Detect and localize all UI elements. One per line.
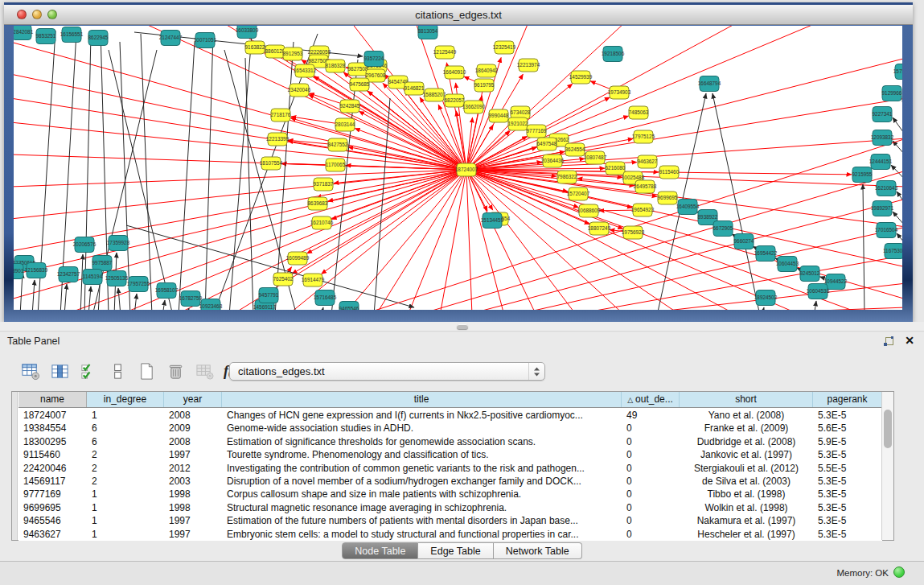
graph-node[interactable]: 9777169 <box>527 125 547 138</box>
graph-node[interactable]: 16954422 <box>754 246 778 262</box>
graph-node[interactable]: 15720407 <box>567 187 590 200</box>
graph-node[interactable]: 9227341 <box>873 107 893 122</box>
graph-node[interactable]: 18640942 <box>475 64 499 77</box>
graph-edge[interactable] <box>64 284 67 310</box>
table-row[interactable]: 946554611997Estimation of the future num… <box>18 514 882 527</box>
graph-node[interactable]: 6672905 <box>713 221 733 237</box>
table-cell[interactable]: 2 <box>87 448 164 461</box>
graph-node[interactable]: 7986322 <box>557 171 577 183</box>
graph-edge[interactable] <box>205 32 213 310</box>
graph-node[interactable]: 16409554 <box>676 200 700 215</box>
graph-node[interactable]: 8639683 <box>308 197 328 210</box>
table-cell[interactable]: 1 <box>87 528 164 541</box>
graph-node[interactable]: 12842081 <box>14 26 34 40</box>
graph-node[interactable]: 12156839 <box>25 263 48 278</box>
table-cell[interactable]: 0 <box>622 501 680 514</box>
trash-icon[interactable] <box>166 361 186 381</box>
table-cell[interactable]: 6 <box>87 422 164 435</box>
zoom-window-button[interactable] <box>47 10 57 19</box>
graph-edge[interactable] <box>14 122 466 170</box>
graph-edge[interactable] <box>80 254 83 310</box>
graph-edge[interactable] <box>512 227 902 310</box>
graph-edge[interactable] <box>814 301 816 310</box>
graph-node[interactable]: 19218506 <box>602 47 625 62</box>
graph-node[interactable]: 16958107 <box>155 283 179 299</box>
column-header-in-degree[interactable]: in_degree <box>87 392 164 407</box>
table-row[interactable]: 911546021997Tourette syndrome. Phenomeno… <box>18 448 882 461</box>
table-cell[interactable]: 5.6E-5 <box>813 422 882 435</box>
table-cell[interactable]: Estimation of significance thresholds fo… <box>222 435 622 448</box>
table-cell[interactable]: 1 <box>87 409 164 422</box>
scrollbar-thumb[interactable] <box>884 410 892 448</box>
table-row[interactable]: 1872400712008Changes of HCN gene express… <box>18 409 882 422</box>
graph-node[interactable]: 9242845 <box>340 100 360 113</box>
graph-node[interactable]: 15716485 <box>314 290 337 306</box>
tab-edge-table[interactable]: Edge Table <box>418 542 493 559</box>
graph-node[interactable]: 10688609 <box>577 204 601 217</box>
graph-node[interactable]: 20364436 <box>541 154 565 167</box>
graph-node[interactable]: 12505135 <box>105 271 129 286</box>
graph-node[interactable]: 17957255 <box>127 277 150 292</box>
graph-node[interactable]: 9146821 <box>405 82 425 95</box>
table-cell[interactable]: 0 <box>622 462 680 475</box>
table-cell[interactable]: 1998 <box>164 488 222 501</box>
graph-node[interactable]: 3913901 <box>14 264 24 279</box>
table-cell[interactable]: 5.5E-5 <box>813 462 882 475</box>
table-cell[interactable]: 5.3E-5 <box>813 475 882 488</box>
column-header-pagerank[interactable]: pagerank <box>813 392 882 407</box>
graph-node[interactable]: 11675304 <box>883 244 902 259</box>
graph-node[interactable]: 9245012 <box>800 266 820 282</box>
table-row[interactable]: 2242004622012Investigating the contribut… <box>18 462 882 475</box>
graph-edge[interactable] <box>466 170 504 310</box>
table-row[interactable]: 969969511998Structural magnetic resonanc… <box>18 501 882 514</box>
table-cell[interactable]: 0 <box>622 435 680 448</box>
table-row[interactable]: 1456911722003Disruption of a novel membe… <box>18 475 882 488</box>
graph-node[interactable]: 17016504 <box>875 223 898 238</box>
graph-edge[interactable] <box>14 42 466 170</box>
graph-node[interactable]: 10604538 <box>807 284 830 299</box>
graph-node[interactable]: 8186328 <box>326 60 346 72</box>
table-settings-icon[interactable] <box>21 361 41 381</box>
table-cell[interactable]: 0 <box>622 448 680 461</box>
table-cell[interactable]: 9699695 <box>18 501 87 514</box>
graph-edge[interactable] <box>466 170 625 310</box>
table-cell[interactable]: 5.3E-5 <box>813 528 882 541</box>
graph-node[interactable]: 12342757 <box>57 267 80 282</box>
graph-node[interactable]: 9990448 <box>489 109 509 122</box>
graph-node[interactable]: 8813054 <box>418 26 438 39</box>
graph-node[interactable]: 17359928 <box>107 236 130 251</box>
table-cell[interactable]: 0 <box>622 514 680 527</box>
table-cell[interactable]: 1998 <box>164 501 222 514</box>
table-scrollbar[interactable] <box>881 392 893 540</box>
graph-node[interactable]: 18924502 <box>754 290 778 306</box>
graph-node[interactable]: 10071051 <box>194 33 217 48</box>
table-row[interactable]: 977716911998Corpus callosum shape and si… <box>18 488 882 501</box>
graph-node[interactable]: 9163822 <box>245 41 265 54</box>
graph-node[interactable]: 12093832 <box>871 130 894 146</box>
table-cell[interactable]: 0 <box>622 475 680 488</box>
column-header-year[interactable]: year <box>164 392 222 407</box>
table-cell[interactable]: 0 <box>622 488 680 501</box>
graph-node[interactable]: 26495788 <box>634 180 657 193</box>
splitter-handle-icon[interactable] <box>457 324 468 329</box>
table-row[interactable]: 946362711997Embryonic stem cells: a mode… <box>18 528 882 541</box>
table-cell[interactable]: 1997 <box>164 528 222 541</box>
table-cell[interactable]: 5.3E-5 <box>813 501 882 514</box>
column-checks-icon[interactable] <box>79 361 99 381</box>
graph-node[interactable]: 9699695 <box>658 192 678 204</box>
graph-edge[interactable] <box>179 42 195 310</box>
table-cell[interactable]: Hescheler et al. (1997) <box>680 528 813 541</box>
graph-node[interactable]: 12325419 <box>493 41 516 54</box>
graph-node[interactable]: 13662090 <box>462 101 486 113</box>
table-cell[interactable]: Embryonic stem cells: a model to study s… <box>222 528 622 541</box>
graph-node[interactable]: 9975887 <box>92 256 113 271</box>
graph-node[interactable]: 16914479 <box>302 274 325 286</box>
graph-edge[interactable] <box>290 118 466 170</box>
table-cell[interactable]: 2 <box>87 462 164 475</box>
memory-status-indicator[interactable] <box>893 566 905 578</box>
table-cell[interactable]: Disruption of a novel member of a sodium… <box>222 475 622 488</box>
graph-node[interactable]: 10604453 <box>776 257 799 272</box>
graph-node[interactable]: 12444151 <box>869 154 893 170</box>
graph-node[interactable]: 9660274 <box>734 234 754 249</box>
graph-edge[interactable] <box>863 184 864 310</box>
